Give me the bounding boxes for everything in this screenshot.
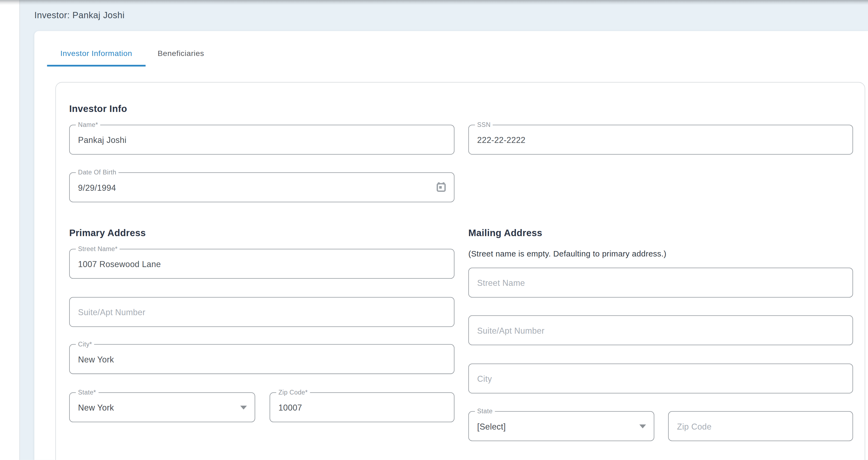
investor-page: Investor: Pankaj Joshi Investor Informat… bbox=[0, 0, 868, 460]
mailing-suite-input[interactable] bbox=[477, 316, 834, 345]
primary-zip-field[interactable]: Zip Code* bbox=[270, 392, 454, 422]
investor-info-heading: Investor Info bbox=[69, 104, 127, 115]
mailing-zip-field[interactable] bbox=[668, 411, 853, 441]
mailing-state-select[interactable]: State [Select] bbox=[468, 411, 654, 441]
name-field[interactable]: Name* bbox=[69, 125, 454, 154]
date-of-birth-input[interactable] bbox=[78, 173, 436, 202]
active-tab-underline bbox=[47, 65, 145, 66]
content-card: Investor Information Beneficiaries Inves… bbox=[34, 31, 868, 460]
primary-zip-input[interactable] bbox=[278, 393, 436, 422]
mailing-address-note: (Street name is empty. Defaulting to pri… bbox=[468, 250, 666, 258]
tab-bar: Investor Information Beneficiaries bbox=[47, 40, 216, 66]
dropdown-arrow-icon bbox=[240, 406, 247, 409]
ssn-input[interactable] bbox=[477, 125, 834, 154]
primary-suite-input[interactable] bbox=[78, 297, 436, 326]
ssn-field[interactable]: SSN bbox=[468, 125, 853, 154]
tab-investor-information[interactable]: Investor Information bbox=[47, 40, 145, 66]
date-of-birth-field[interactable]: Date Of Birth bbox=[69, 172, 454, 202]
mailing-city-input[interactable] bbox=[477, 364, 834, 393]
tab-label: Investor Information bbox=[60, 49, 132, 58]
header-band: Investor: Pankaj Joshi bbox=[20, 0, 868, 31]
name-input[interactable] bbox=[78, 125, 436, 154]
mailing-city-field[interactable] bbox=[468, 364, 853, 394]
primary-city-field[interactable]: City* bbox=[69, 344, 454, 374]
primary-address-heading: Primary Address bbox=[69, 228, 146, 239]
primary-state-value: New York bbox=[78, 393, 232, 422]
primary-street-input[interactable] bbox=[78, 250, 436, 278]
calendar-icon[interactable] bbox=[436, 182, 447, 193]
page-title: Investor: Pankaj Joshi bbox=[34, 10, 125, 21]
mailing-suite-field[interactable] bbox=[468, 315, 853, 345]
form-panel: Investor Info Name* SSN Date Of Birth bbox=[55, 82, 865, 460]
dropdown-arrow-icon bbox=[640, 424, 646, 428]
primary-street-field[interactable]: Street Name* bbox=[69, 249, 454, 279]
primary-suite-field[interactable] bbox=[69, 297, 454, 327]
mailing-zip-input[interactable] bbox=[677, 412, 834, 440]
mailing-street-input[interactable] bbox=[477, 268, 834, 297]
primary-state-select[interactable]: State* New York bbox=[69, 392, 255, 422]
tab-label: Beneficiaries bbox=[158, 49, 204, 58]
mailing-state-value: [Select] bbox=[477, 412, 631, 440]
primary-city-input[interactable] bbox=[78, 345, 436, 374]
mailing-street-field[interactable] bbox=[468, 268, 853, 297]
tab-beneficiaries[interactable]: Beneficiaries bbox=[146, 40, 216, 66]
mailing-address-heading: Mailing Address bbox=[468, 228, 542, 239]
left-rail bbox=[0, 0, 20, 460]
